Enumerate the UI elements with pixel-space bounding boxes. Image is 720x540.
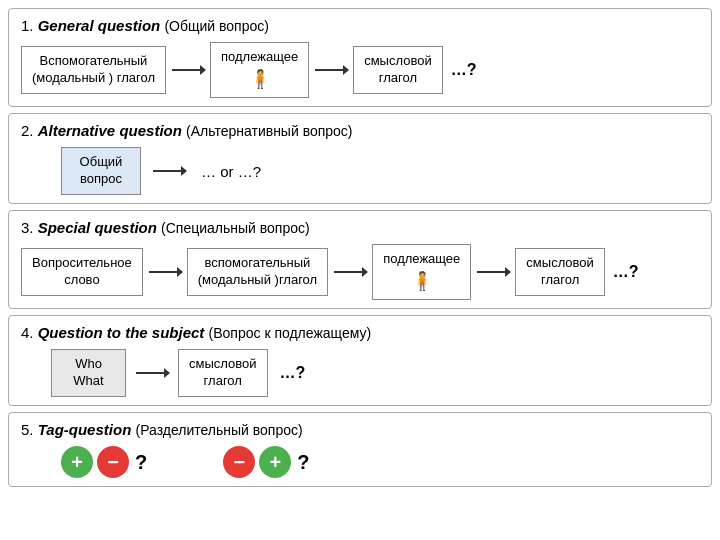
circle-minus-1: − — [97, 446, 129, 478]
arrow-3a — [147, 262, 183, 282]
ellipsis-3: …? — [613, 263, 639, 281]
section-name-5: Tag-question — [38, 421, 132, 438]
person-icon-3: 🧍 — [411, 270, 433, 293]
section-title-general: 1. General question (Общий вопрос) — [21, 17, 699, 34]
svg-marker-5 — [181, 166, 187, 176]
section-num-3: 3. — [21, 219, 38, 236]
section5-flow: + − ? − + ? — [21, 446, 699, 478]
svg-marker-11 — [505, 267, 511, 277]
section-russian-4: (Вопрос к подлежащему) — [209, 325, 372, 341]
arrow-3c — [475, 262, 511, 282]
section-name-3: Special question — [38, 219, 157, 236]
box-subject-1: подлежащее🧍 — [210, 42, 309, 98]
section-russian-1: (Общий вопрос) — [164, 18, 269, 34]
section-num-1: 1. — [21, 17, 38, 34]
section-num-5: 5. — [21, 421, 38, 438]
section-subject: 4. Question to the subject (Вопрос к под… — [8, 315, 712, 406]
box-question-word: Вопросительноеслово — [21, 248, 143, 296]
section2-flow: Общийвопрос … or …? — [21, 147, 699, 195]
pair-2: − + ? — [223, 446, 309, 478]
section-title-subject: 4. Question to the subject (Вопрос к под… — [21, 324, 699, 341]
arrow-2a — [151, 161, 187, 181]
svg-marker-9 — [362, 267, 368, 277]
section-russian-5: (Разделительный вопрос) — [135, 422, 302, 438]
person-icon-1: 🧍 — [249, 68, 271, 91]
q-mark-1: ? — [135, 451, 147, 474]
main-container: 1. General question (Общий вопрос) Вспом… — [0, 0, 720, 540]
section-title-tag: 5. Tag-question (Разделительный вопрос) — [21, 421, 699, 438]
svg-marker-3 — [343, 65, 349, 75]
box-main-verb-3: смысловойглагол — [515, 248, 605, 296]
section-russian-2: (Альтернативный вопрос) — [186, 123, 352, 139]
box-general-q: Общийвопрос — [61, 147, 141, 195]
section-name-1: General question — [38, 17, 161, 34]
section-general: 1. General question (Общий вопрос) Вспом… — [8, 8, 712, 107]
svg-marker-13 — [164, 368, 170, 378]
section3-flow: Вопросительноеслово вспомогательный(мода… — [21, 244, 699, 300]
svg-marker-1 — [200, 65, 206, 75]
pair-1: + − ? — [61, 446, 147, 478]
arrow-1a — [170, 60, 206, 80]
box-main-verb-1: смысловойглагол — [353, 46, 443, 94]
section-num-4: 4. — [21, 324, 38, 341]
circle-minus-2: − — [223, 446, 255, 478]
section-title-alternative: 2. Alternative question (Альтернативный … — [21, 122, 699, 139]
q-mark-2: ? — [297, 451, 309, 474]
box-main-verb-4: смысловойглагол — [178, 349, 268, 397]
section-tag: 5. Tag-question (Разделительный вопрос) … — [8, 412, 712, 487]
ellipsis-1: …? — [451, 61, 477, 79]
or-text: … or …? — [201, 163, 261, 180]
circle-plus-2: + — [259, 446, 291, 478]
box-subject-3: подлежащее🧍 — [372, 244, 471, 300]
section1-flow: Вспомогательный(модальный ) глагол подле… — [21, 42, 699, 98]
section-name-2: Alternative question — [38, 122, 182, 139]
arrow-1b — [313, 60, 349, 80]
box-aux-verb-3: вспомогательный(модальный )глагол — [187, 248, 328, 296]
section-num-2: 2. — [21, 122, 38, 139]
arrow-3b — [332, 262, 368, 282]
arrow-4a — [134, 363, 170, 383]
section-special: 3. Special question (Специальный вопрос)… — [8, 210, 712, 309]
ellipsis-4: …? — [280, 364, 306, 382]
section-russian-3: (Специальный вопрос) — [161, 220, 310, 236]
box-who-what: WhoWhat — [51, 349, 126, 397]
svg-marker-7 — [177, 267, 183, 277]
circle-plus-1: + — [61, 446, 93, 478]
section4-flow: WhoWhat смысловойглагол …? — [21, 349, 699, 397]
section-name-4: Question to the subject — [38, 324, 205, 341]
section-alternative: 2. Alternative question (Альтернативный … — [8, 113, 712, 204]
box-aux-verb: Вспомогательный(модальный ) глагол — [21, 46, 166, 94]
section-title-special: 3. Special question (Специальный вопрос) — [21, 219, 699, 236]
